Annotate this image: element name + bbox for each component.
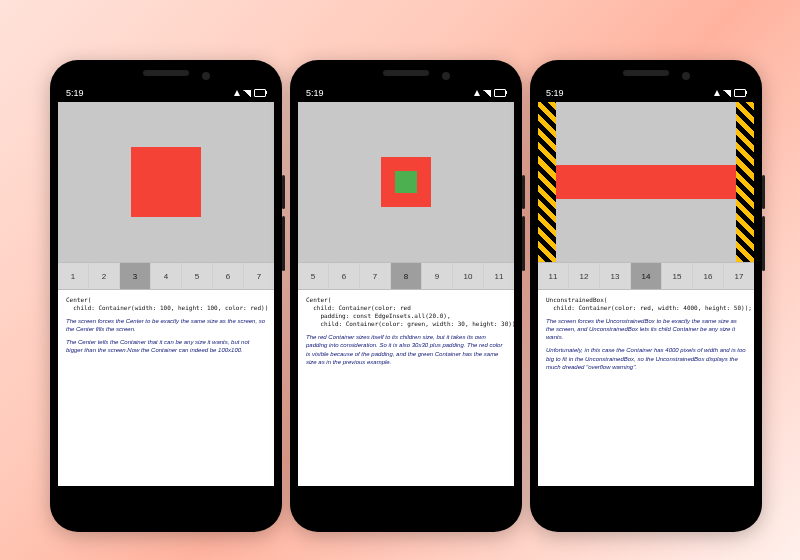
volume-button <box>522 216 525 271</box>
phone-screen: 5:19 1 2 3 4 5 6 7 Center( child <box>58 84 274 516</box>
android-nav-bar <box>58 486 274 516</box>
status-bar: 5:19 <box>538 84 754 102</box>
red-container-overflow <box>538 165 754 199</box>
status-icons <box>234 89 266 97</box>
tab-button[interactable]: 6 <box>213 263 244 289</box>
signal-icon <box>243 90 251 97</box>
tab-button[interactable]: 16 <box>693 263 724 289</box>
tab-button[interactable]: 5 <box>298 263 329 289</box>
tab-button[interactable]: 15 <box>662 263 693 289</box>
description-panel: Center( child: Container(color: red padd… <box>298 290 514 486</box>
explanation-text: The screen forces the UnconstrainedBox t… <box>546 317 746 341</box>
explanation-text: Unfortunately, in this case the Containe… <box>546 346 746 370</box>
demo-canvas <box>538 102 754 262</box>
tab-button[interactable]: 11 <box>484 263 514 289</box>
phone-device-3: 5:19 11 12 13 14 15 16 17 <box>530 60 762 532</box>
phone-screen: 5:19 5 6 7 8 9 10 11 <box>298 84 514 516</box>
battery-icon <box>734 89 746 97</box>
phone-screen: 5:19 11 12 13 14 15 16 17 <box>538 84 754 516</box>
demo-canvas <box>298 102 514 262</box>
code-snippet: Center( child: Container(width: 100, hei… <box>66 296 266 312</box>
tab-button[interactable]: 1 <box>58 263 89 289</box>
volume-button <box>282 216 285 271</box>
tab-strip: 5 6 7 8 9 10 11 <box>298 262 514 290</box>
wifi-icon <box>234 90 240 96</box>
power-button <box>762 175 765 209</box>
wifi-icon <box>474 90 480 96</box>
power-button <box>282 175 285 209</box>
description-panel: UnconstrainedBox( child: Container(color… <box>538 290 754 486</box>
code-snippet: UnconstrainedBox( child: Container(color… <box>546 296 746 312</box>
overflow-warning-left <box>538 102 556 262</box>
tab-button[interactable]: 8 <box>391 263 422 289</box>
tab-button[interactable]: 3 <box>120 263 151 289</box>
battery-icon <box>254 89 266 97</box>
battery-icon <box>494 89 506 97</box>
tab-button[interactable]: 4 <box>151 263 182 289</box>
tab-button[interactable]: 7 <box>244 263 274 289</box>
volume-button <box>762 216 765 271</box>
green-container <box>395 171 417 193</box>
power-button <box>522 175 525 209</box>
signal-icon <box>483 90 491 97</box>
tab-button[interactable]: 10 <box>453 263 484 289</box>
explanation-text: The Center tells the Container that it c… <box>66 338 266 354</box>
status-time: 5:19 <box>306 88 324 98</box>
overflow-warning-right <box>736 102 754 262</box>
status-time: 5:19 <box>546 88 564 98</box>
tab-button[interactable]: 9 <box>422 263 453 289</box>
status-bar: 5:19 <box>58 84 274 102</box>
tab-strip: 1 2 3 4 5 6 7 <box>58 262 274 290</box>
tab-button[interactable]: 7 <box>360 263 391 289</box>
tab-button[interactable]: 2 <box>89 263 120 289</box>
tab-button[interactable]: 14 <box>631 263 662 289</box>
tab-button[interactable]: 11 <box>538 263 569 289</box>
stage: 5:19 1 2 3 4 5 6 7 Center( child <box>0 0 800 560</box>
status-icons <box>474 89 506 97</box>
status-icons <box>714 89 746 97</box>
status-time: 5:19 <box>66 88 84 98</box>
tab-strip: 11 12 13 14 15 16 17 <box>538 262 754 290</box>
phone-device-2: 5:19 5 6 7 8 9 10 11 <box>290 60 522 532</box>
phone-device-1: 5:19 1 2 3 4 5 6 7 Center( child <box>50 60 282 532</box>
tab-button[interactable]: 13 <box>600 263 631 289</box>
explanation-text: The screen forces the Center to be exact… <box>66 317 266 333</box>
tab-button[interactable]: 5 <box>182 263 213 289</box>
tab-button[interactable]: 6 <box>329 263 360 289</box>
android-nav-bar <box>538 486 754 516</box>
description-panel: Center( child: Container(width: 100, hei… <box>58 290 274 486</box>
tab-button[interactable]: 12 <box>569 263 600 289</box>
wifi-icon <box>714 90 720 96</box>
demo-canvas <box>58 102 274 262</box>
explanation-text: The red Container sizes itself to its ch… <box>306 333 506 365</box>
red-container <box>131 147 201 217</box>
code-snippet: Center( child: Container(color: red padd… <box>306 296 506 328</box>
android-nav-bar <box>298 486 514 516</box>
status-bar: 5:19 <box>298 84 514 102</box>
red-container <box>381 157 431 207</box>
tab-button[interactable]: 17 <box>724 263 754 289</box>
signal-icon <box>723 90 731 97</box>
